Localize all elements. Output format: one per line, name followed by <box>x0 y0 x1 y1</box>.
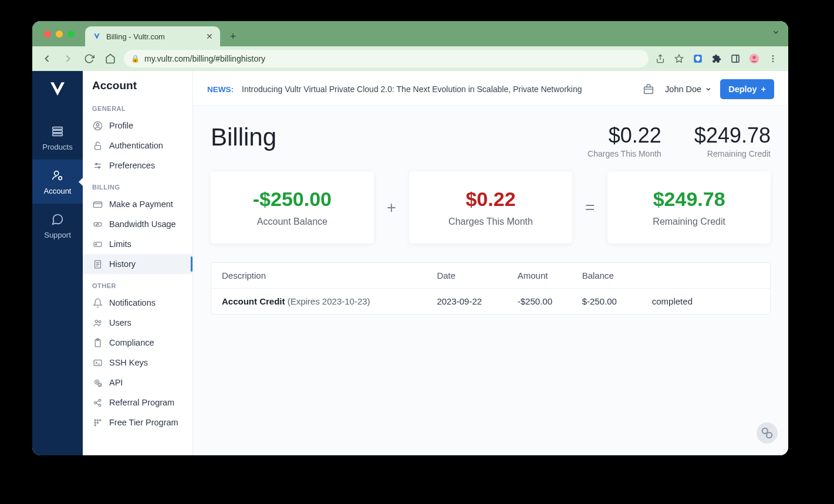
help-fab[interactable] <box>757 422 778 444</box>
forward-button[interactable] <box>60 51 76 66</box>
home-button[interactable] <box>103 51 118 66</box>
cell-description: Account Credit (Expires 2023-10-23) <box>222 296 437 306</box>
svg-point-47 <box>99 420 100 421</box>
url-text: my.vultr.com/billing/#billinghistory <box>144 54 265 63</box>
url-field[interactable]: 🔒 my.vultr.com/billing/#billinghistory <box>124 50 649 67</box>
sidebar-item-notifications[interactable]: Notifications <box>83 293 193 313</box>
svg-point-38 <box>96 381 97 383</box>
close-window-button[interactable] <box>44 31 51 38</box>
server-icon <box>50 124 65 139</box>
equals-operator: = <box>582 198 598 217</box>
main-panel: NEWS: Introducing Vultr Virtual Private … <box>193 71 788 455</box>
address-bar: 🔒 my.vultr.com/billing/#billinghistory <box>32 46 788 71</box>
nav-label: Account <box>44 187 72 195</box>
deploy-button[interactable]: Deploy + <box>720 79 774 99</box>
group-general: GENERAL <box>83 97 193 116</box>
stat-value: $0.22 <box>587 123 661 148</box>
page-header: Billing $0.22 Charges This Month $249.78… <box>193 106 788 165</box>
sidebar-item-preferences[interactable]: Preferences <box>83 155 193 175</box>
sidebar-label: Limits <box>109 239 131 249</box>
stat-value: $249.78 <box>694 123 771 148</box>
users-icon <box>92 317 103 328</box>
sidebar-item-ssh[interactable]: SSH Keys <box>83 353 193 373</box>
sidebar-item-referral[interactable]: Referral Program <box>83 393 193 412</box>
svg-point-8 <box>772 58 774 60</box>
sidebar-label: SSH Keys <box>109 358 148 367</box>
sidebar-item-api[interactable]: API <box>83 373 193 393</box>
svg-rect-10 <box>53 127 63 130</box>
sidepanel-icon[interactable] <box>730 53 741 65</box>
browser-tab[interactable]: Billing - Vultr.com ✕ <box>85 26 220 46</box>
svg-rect-12 <box>53 134 63 136</box>
svg-point-9 <box>772 60 774 62</box>
primary-nav: Products Account Support <box>32 71 83 455</box>
charges-label: Charges This Month <box>421 217 560 227</box>
tab-bar: Billing - Vultr.com ✕ + <box>32 21 788 46</box>
news-link[interactable]: Introducing Vultr Virtual Private Cloud … <box>242 84 582 94</box>
sidebar-item-compliance[interactable]: Compliance <box>83 333 193 353</box>
nav-account[interactable]: Account <box>32 160 83 204</box>
tab-title: Billing - Vultr.com <box>106 32 201 41</box>
lock-icon: 🔒 <box>131 55 140 63</box>
header-remaining: $249.78 Remaining Credit <box>694 123 771 158</box>
reload-button[interactable] <box>82 51 97 66</box>
sliders-icon <box>92 160 103 171</box>
svg-point-52 <box>762 428 768 434</box>
grid-icon <box>92 417 103 428</box>
maximize-window-button[interactable] <box>67 31 75 38</box>
plus-icon: + <box>761 84 766 94</box>
col-balance: Balance <box>582 270 652 280</box>
cell-amount: -$250.00 <box>518 296 582 306</box>
sidebar-item-users[interactable]: Users <box>83 313 193 333</box>
svg-point-16 <box>96 123 99 126</box>
stat-label: Remaining Credit <box>694 149 771 158</box>
header-charges: $0.22 Charges This Month <box>587 123 661 158</box>
sidebar-item-free-tier[interactable]: Free Tier Program <box>83 412 193 432</box>
svg-point-49 <box>97 422 98 423</box>
close-tab-icon[interactable]: ✕ <box>206 32 213 41</box>
chevron-down-icon <box>705 86 712 93</box>
svg-point-46 <box>97 420 98 421</box>
table-header-row: Description Date Amount Balance <box>211 263 770 289</box>
nav-support[interactable]: Support <box>32 204 83 248</box>
svg-point-50 <box>94 424 96 425</box>
sidebar-item-authentication[interactable]: Authentication <box>83 136 193 155</box>
extension-shield-icon[interactable] <box>692 53 704 65</box>
plus-operator: + <box>383 198 400 217</box>
lock-icon <box>92 140 103 151</box>
sidebar-label: Users <box>109 318 131 327</box>
sidebar-item-make-payment[interactable]: Make a Payment <box>83 194 193 214</box>
minimize-window-button[interactable] <box>56 31 63 38</box>
bookmark-star-icon[interactable] <box>673 53 685 65</box>
secondary-nav: Account GENERAL Profile Authentication P… <box>83 71 193 455</box>
profile-avatar-icon[interactable] <box>748 53 760 65</box>
user-menu[interactable]: John Doe <box>665 84 712 94</box>
extensions-puzzle-icon[interactable] <box>711 53 722 65</box>
tab-overflow-icon[interactable] <box>772 28 780 36</box>
sidebar-label: Referral Program <box>109 398 174 407</box>
new-tab-button[interactable]: + <box>225 28 241 45</box>
sidebar-item-profile[interactable]: Profile <box>83 116 193 136</box>
charges-amount: $0.22 <box>421 188 560 211</box>
back-button[interactable] <box>39 51 55 66</box>
share-nodes-icon <box>92 397 103 408</box>
sidebar-label: Bandwidth Usage <box>109 219 176 229</box>
col-description: Description <box>222 270 437 280</box>
browser-window: Billing - Vultr.com ✕ + 🔒 my.vultr.com/b… <box>32 21 788 455</box>
sidebar-item-history[interactable]: History <box>83 254 193 274</box>
promo-icon[interactable] <box>640 81 657 97</box>
vultr-logo-icon[interactable] <box>48 79 67 98</box>
svg-point-37 <box>94 380 99 384</box>
nav-products[interactable]: Products <box>32 116 83 160</box>
sidebar-item-limits[interactable]: Limits <box>83 234 193 254</box>
svg-rect-3 <box>732 55 739 62</box>
sidebar-item-bandwidth[interactable]: Bandwidth Usage <box>83 214 193 234</box>
share-icon[interactable] <box>654 53 666 65</box>
page-title: Billing <box>211 123 276 151</box>
kebab-menu-icon[interactable] <box>767 53 779 65</box>
top-bar: NEWS: Introducing Vultr Virtual Private … <box>193 71 788 106</box>
svg-point-45 <box>94 420 96 421</box>
col-date: Date <box>437 270 517 280</box>
sidebar-title: Account <box>83 71 193 97</box>
card-charges: $0.22 Charges This Month <box>409 171 572 243</box>
